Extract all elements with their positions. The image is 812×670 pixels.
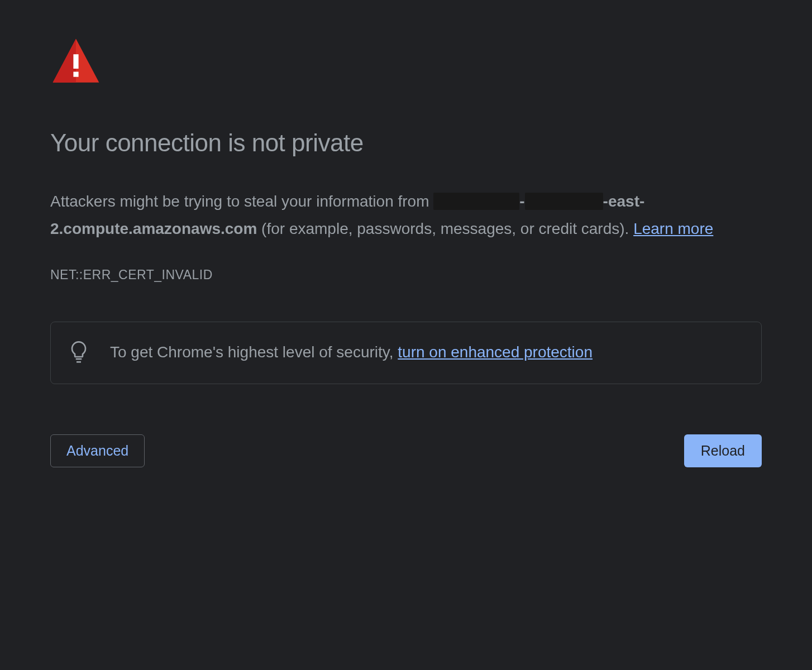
enhanced-protection-tip: To get Chrome's highest level of securit… [50,322,762,384]
redacted-host-part-2: xxxxxxxxxx [525,193,603,210]
svg-marker-1 [53,39,76,83]
warning-description: Attackers might be trying to steal your … [50,188,762,242]
warning-triangle-icon [50,36,762,90]
lightbulb-icon [70,339,88,367]
error-code: NET::ERR_CERT_INVALID [50,267,762,283]
button-row: Advanced Reload [50,434,762,467]
redacted-host-part-1: xxxxxxxxxxx [433,193,519,210]
description-suffix: (for example, passwords, messages, or cr… [257,220,633,237]
svg-rect-2 [73,54,78,69]
advanced-button[interactable]: Advanced [50,434,145,467]
learn-more-link[interactable]: Learn more [633,220,713,237]
tip-prefix: To get Chrome's highest level of securit… [110,343,398,361]
description-prefix: Attackers might be trying to steal your … [50,193,433,210]
tip-text: To get Chrome's highest level of securit… [110,339,593,366]
hostname-dash: - [519,193,524,210]
reload-button[interactable]: Reload [684,434,762,467]
enhanced-protection-link[interactable]: turn on enhanced protection [398,343,593,361]
svg-rect-3 [73,71,78,76]
page-title: Your connection is not private [50,129,762,157]
